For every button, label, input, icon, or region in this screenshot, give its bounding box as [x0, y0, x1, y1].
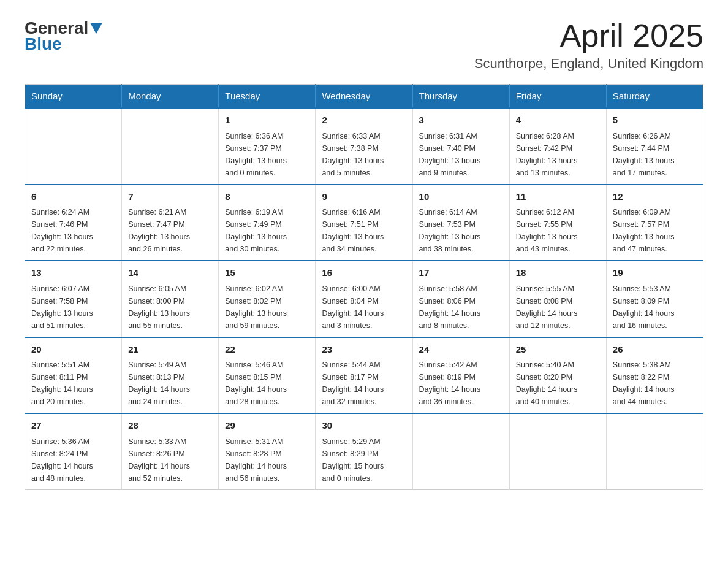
- calendar-cell: 17Sunrise: 5:58 AM Sunset: 8:06 PM Dayli…: [412, 261, 509, 337]
- calendar-table: SundayMondayTuesdayWednesdayThursdayFrid…: [25, 84, 703, 490]
- calendar-cell: 24Sunrise: 5:42 AM Sunset: 8:19 PM Dayli…: [412, 337, 509, 414]
- logo: General Blue: [25, 18, 102, 54]
- weekday-header-saturday: Saturday: [606, 85, 703, 109]
- day-info: Sunrise: 6:07 AM Sunset: 7:58 PM Dayligh…: [31, 283, 115, 332]
- calendar-week-row: 27Sunrise: 5:36 AM Sunset: 8:24 PM Dayli…: [25, 413, 703, 489]
- calendar-week-row: 20Sunrise: 5:51 AM Sunset: 8:11 PM Dayli…: [25, 337, 703, 414]
- calendar-week-row: 1Sunrise: 6:36 AM Sunset: 7:37 PM Daylig…: [25, 108, 703, 185]
- day-info: Sunrise: 6:19 AM Sunset: 7:49 PM Dayligh…: [225, 206, 309, 255]
- calendar-cell: [412, 413, 509, 489]
- calendar-cell: 8Sunrise: 6:19 AM Sunset: 7:49 PM Daylig…: [219, 185, 316, 261]
- calendar-cell: 30Sunrise: 5:29 AM Sunset: 8:29 PM Dayli…: [316, 413, 412, 489]
- weekday-header-thursday: Thursday: [412, 85, 509, 109]
- calendar-cell: 27Sunrise: 5:36 AM Sunset: 8:24 PM Dayli…: [25, 413, 122, 489]
- calendar-cell: 13Sunrise: 6:07 AM Sunset: 7:58 PM Dayli…: [25, 261, 122, 337]
- calendar-cell: 1Sunrise: 6:36 AM Sunset: 7:37 PM Daylig…: [219, 108, 316, 185]
- calendar-cell: 11Sunrise: 6:12 AM Sunset: 7:55 PM Dayli…: [509, 185, 606, 261]
- day-info: Sunrise: 5:38 AM Sunset: 8:22 PM Dayligh…: [613, 359, 697, 408]
- logo-triangle-icon: [90, 23, 102, 35]
- day-info: Sunrise: 5:33 AM Sunset: 8:26 PM Dayligh…: [128, 435, 212, 484]
- day-number: 10: [419, 190, 503, 204]
- calendar-cell: 10Sunrise: 6:14 AM Sunset: 7:53 PM Dayli…: [412, 185, 509, 261]
- day-info: Sunrise: 6:09 AM Sunset: 7:57 PM Dayligh…: [613, 206, 697, 255]
- calendar-cell: [122, 108, 219, 185]
- calendar-cell: 7Sunrise: 6:21 AM Sunset: 7:47 PM Daylig…: [122, 185, 219, 261]
- calendar-cell: 26Sunrise: 5:38 AM Sunset: 8:22 PM Dayli…: [606, 337, 703, 414]
- day-number: 7: [128, 190, 212, 204]
- calendar-cell: [606, 413, 703, 489]
- day-number: 21: [128, 343, 212, 357]
- day-info: Sunrise: 6:33 AM Sunset: 7:38 PM Dayligh…: [322, 130, 406, 179]
- day-number: 2: [322, 113, 406, 128]
- calendar-cell: 25Sunrise: 5:40 AM Sunset: 8:20 PM Dayli…: [509, 337, 606, 414]
- day-number: 30: [322, 419, 406, 433]
- day-number: 27: [31, 419, 115, 433]
- calendar-cell: 23Sunrise: 5:44 AM Sunset: 8:17 PM Dayli…: [316, 337, 412, 414]
- calendar-week-row: 6Sunrise: 6:24 AM Sunset: 7:46 PM Daylig…: [25, 185, 703, 261]
- weekday-header-friday: Friday: [509, 85, 606, 109]
- weekday-header-wednesday: Wednesday: [316, 85, 412, 109]
- calendar-cell: [25, 108, 122, 185]
- page-header: General Blue April 2025 Scunthorpe, Engl…: [25, 18, 703, 72]
- logo-blue: Blue: [25, 34, 62, 54]
- day-number: 19: [613, 266, 697, 280]
- day-number: 15: [225, 266, 309, 280]
- day-number: 26: [613, 343, 697, 357]
- day-number: 16: [322, 266, 406, 280]
- day-info: Sunrise: 6:26 AM Sunset: 7:44 PM Dayligh…: [613, 130, 697, 179]
- day-info: Sunrise: 5:44 AM Sunset: 8:17 PM Dayligh…: [322, 359, 406, 408]
- day-number: 5: [613, 113, 697, 128]
- day-info: Sunrise: 5:49 AM Sunset: 8:13 PM Dayligh…: [128, 359, 212, 408]
- day-number: 13: [31, 266, 115, 280]
- day-number: 24: [419, 343, 503, 357]
- day-number: 9: [322, 190, 406, 204]
- calendar-cell: 2Sunrise: 6:33 AM Sunset: 7:38 PM Daylig…: [316, 108, 412, 185]
- title-section: April 2025 Scunthorpe, England, United K…: [474, 18, 703, 72]
- calendar-cell: 14Sunrise: 6:05 AM Sunset: 8:00 PM Dayli…: [122, 261, 219, 337]
- day-number: 18: [516, 266, 600, 280]
- calendar-cell: 4Sunrise: 6:28 AM Sunset: 7:42 PM Daylig…: [509, 108, 606, 185]
- day-number: 25: [516, 343, 600, 357]
- day-info: Sunrise: 6:02 AM Sunset: 8:02 PM Dayligh…: [225, 283, 309, 332]
- calendar-cell: 28Sunrise: 5:33 AM Sunset: 8:26 PM Dayli…: [122, 413, 219, 489]
- calendar-week-row: 13Sunrise: 6:07 AM Sunset: 7:58 PM Dayli…: [25, 261, 703, 337]
- day-number: 17: [419, 266, 503, 280]
- page-subtitle: Scunthorpe, England, United Kingdom: [474, 56, 703, 72]
- calendar-cell: 18Sunrise: 5:55 AM Sunset: 8:08 PM Dayli…: [509, 261, 606, 337]
- calendar-cell: 6Sunrise: 6:24 AM Sunset: 7:46 PM Daylig…: [25, 185, 122, 261]
- day-info: Sunrise: 6:16 AM Sunset: 7:51 PM Dayligh…: [322, 206, 406, 255]
- calendar-cell: 12Sunrise: 6:09 AM Sunset: 7:57 PM Dayli…: [606, 185, 703, 261]
- day-number: 1: [225, 113, 309, 128]
- calendar-cell: 29Sunrise: 5:31 AM Sunset: 8:28 PM Dayli…: [219, 413, 316, 489]
- day-number: 6: [31, 190, 115, 204]
- calendar-cell: 21Sunrise: 5:49 AM Sunset: 8:13 PM Dayli…: [122, 337, 219, 414]
- svg-marker-0: [90, 23, 102, 34]
- weekday-header-tuesday: Tuesday: [219, 85, 316, 109]
- day-number: 29: [225, 419, 309, 433]
- day-info: Sunrise: 6:00 AM Sunset: 8:04 PM Dayligh…: [322, 283, 406, 332]
- calendar-cell: 15Sunrise: 6:02 AM Sunset: 8:02 PM Dayli…: [219, 261, 316, 337]
- calendar-cell: 16Sunrise: 6:00 AM Sunset: 8:04 PM Dayli…: [316, 261, 412, 337]
- weekday-header-monday: Monday: [122, 85, 219, 109]
- day-info: Sunrise: 6:21 AM Sunset: 7:47 PM Dayligh…: [128, 206, 212, 255]
- day-info: Sunrise: 5:51 AM Sunset: 8:11 PM Dayligh…: [31, 359, 115, 408]
- calendar-header-row: SundayMondayTuesdayWednesdayThursdayFrid…: [25, 85, 703, 109]
- day-number: 3: [419, 113, 503, 128]
- calendar-cell: 3Sunrise: 6:31 AM Sunset: 7:40 PM Daylig…: [412, 108, 509, 185]
- calendar-cell: 22Sunrise: 5:46 AM Sunset: 8:15 PM Dayli…: [219, 337, 316, 414]
- day-info: Sunrise: 6:24 AM Sunset: 7:46 PM Dayligh…: [31, 206, 115, 255]
- weekday-header-sunday: Sunday: [25, 85, 122, 109]
- calendar-cell: 5Sunrise: 6:26 AM Sunset: 7:44 PM Daylig…: [606, 108, 703, 185]
- calendar-cell: 19Sunrise: 5:53 AM Sunset: 8:09 PM Dayli…: [606, 261, 703, 337]
- day-number: 14: [128, 266, 212, 280]
- day-number: 8: [225, 190, 309, 204]
- day-info: Sunrise: 6:12 AM Sunset: 7:55 PM Dayligh…: [516, 206, 600, 255]
- calendar-cell: 9Sunrise: 6:16 AM Sunset: 7:51 PM Daylig…: [316, 185, 412, 261]
- day-number: 28: [128, 419, 212, 433]
- day-info: Sunrise: 6:36 AM Sunset: 7:37 PM Dayligh…: [225, 130, 309, 179]
- day-info: Sunrise: 5:31 AM Sunset: 8:28 PM Dayligh…: [225, 435, 309, 484]
- day-info: Sunrise: 6:28 AM Sunset: 7:42 PM Dayligh…: [516, 130, 600, 179]
- day-number: 4: [516, 113, 600, 128]
- page-title: April 2025: [474, 18, 703, 53]
- day-info: Sunrise: 5:55 AM Sunset: 8:08 PM Dayligh…: [516, 283, 600, 332]
